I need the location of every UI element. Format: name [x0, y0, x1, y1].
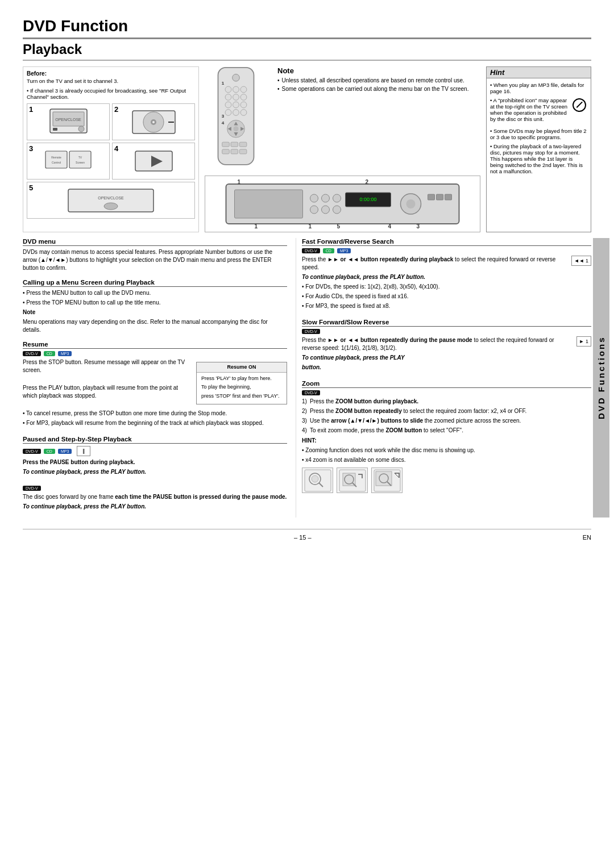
svg-point-52 — [322, 194, 330, 202]
svg-point-32 — [233, 110, 239, 116]
resume-badges: DVD-V CD MP3 — [23, 351, 287, 356]
dvd-menu-section: DVD menu DVDs may contain menus to acces… — [23, 238, 287, 272]
svg-point-22 — [225, 86, 231, 93]
svg-text:2: 2 — [366, 179, 369, 185]
svg-text:1: 1 — [222, 81, 225, 86]
paused-badges: DVD-V CD MP3 ‖ — [23, 446, 287, 456]
svg-point-4 — [78, 126, 84, 132]
svg-point-53 — [333, 194, 341, 202]
hint-item-3: During the playback of a two-layered dis… — [490, 143, 587, 174]
slow-badges: DVD-V — [302, 329, 591, 334]
resume-box: Resume ON Press 'PLAY' to play from here… — [196, 362, 287, 404]
svg-rect-45 — [239, 149, 247, 154]
right-column: Fast Forward/Reverse Search DVD-V CD MP3… — [296, 238, 591, 518]
step-1-num: 1 — [29, 105, 33, 114]
fast-forward-header: Fast Forward/Reverse Search — [302, 238, 591, 246]
calling-menu-section: Calling up a Menu Screen during Playback… — [23, 279, 287, 334]
slow-forward-header: Slow Forward/Slow Reverse — [302, 319, 591, 327]
zoom-icon-3 — [371, 468, 403, 493]
svg-rect-3 — [53, 128, 57, 131]
dvd-badge-zoom: DVD-V — [302, 390, 320, 395]
svg-point-30 — [240, 102, 247, 108]
note-title: Note — [277, 66, 480, 75]
hint-item-0: When you play an MP3 file, details for p… — [490, 82, 587, 94]
svg-text:3: 3 — [417, 223, 420, 229]
zoom-icon-1 — [302, 468, 333, 493]
calling-menu-header: Calling up a Menu Screen during Playback — [23, 279, 287, 287]
sub-title: Playback — [23, 41, 591, 61]
svg-rect-61 — [428, 194, 435, 200]
svg-point-28 — [225, 102, 231, 108]
svg-text:Screen: Screen — [76, 161, 85, 164]
steps-box: Before: Turn on the TV and set it to cha… — [23, 66, 199, 232]
svg-point-33 — [240, 110, 247, 116]
page-footer: – 15 – EN — [23, 529, 591, 541]
prohibited-icon — [572, 98, 586, 112]
cd-badge-2: CD — [44, 449, 55, 454]
svg-point-73 — [312, 475, 318, 482]
before-line1: Turn on the TV and set it to channel 3. — [27, 78, 195, 84]
slow-icon-box: ► 1 — [576, 336, 591, 347]
svg-point-21 — [233, 74, 240, 82]
footer-page: – 15 – — [294, 534, 312, 541]
step-3-box: 3 Remote Control TV Screen — [27, 143, 110, 180]
ff-badges: DVD-V CD MP3 — [302, 248, 591, 253]
svg-text:1: 1 — [309, 223, 312, 229]
svg-rect-40 — [222, 142, 230, 147]
svg-text:1: 1 — [238, 179, 241, 185]
svg-rect-42 — [239, 142, 247, 147]
dvd-badge-2: DVD-V — [23, 449, 41, 454]
footer-lang: EN — [583, 534, 591, 541]
svg-text:4: 4 — [222, 120, 225, 126]
paused-header: Paused and Step-by-Step Playback — [23, 436, 287, 444]
before-line2: • If channel 3 is already occupied for b… — [27, 87, 195, 100]
pause-icon: ‖ — [77, 446, 90, 456]
middle-section: 1 3 4 Note Unless stated, all described … — [205, 66, 480, 232]
dvd-menu-body: DVDs may contain menus to access special… — [23, 248, 287, 272]
svg-point-56 — [333, 206, 341, 214]
zoom-icon-2 — [337, 468, 368, 493]
step-2-num: 2 — [114, 105, 118, 114]
mp3-badge: MP3 — [58, 351, 72, 356]
note-item-2: Some operations can be carried out along… — [277, 86, 480, 92]
svg-text:1: 1 — [255, 223, 258, 229]
svg-text:OPEN/CLOSE: OPEN/CLOSE — [55, 118, 81, 122]
svg-rect-9 — [45, 151, 67, 168]
zoom-header: Zoom — [302, 380, 591, 388]
svg-point-29 — [233, 102, 239, 108]
svg-text:Control: Control — [51, 161, 60, 164]
svg-point-19 — [104, 203, 118, 210]
svg-text:0:00:00: 0:00:00 — [359, 197, 376, 202]
zoom-icons — [302, 468, 591, 493]
mp3-badge-2: MP3 — [58, 449, 72, 454]
svg-point-51 — [310, 194, 318, 202]
svg-text:TV: TV — [78, 156, 82, 159]
dvd-badge-3: DVD-V — [23, 486, 41, 491]
svg-point-26 — [233, 94, 239, 101]
svg-rect-50 — [235, 190, 303, 218]
notes-box: Note Unless stated, all described operat… — [277, 66, 480, 94]
paused-body2: The disc goes forward by one frame each … — [23, 493, 287, 511]
hint-title: Hint — [487, 67, 591, 78]
resume-section: Resume DVD-V CD MP3 Resume ON Press 'PLA… — [23, 341, 287, 429]
step-4-box: 4 — [112, 143, 195, 180]
svg-rect-12 — [69, 151, 91, 168]
paused-body: Press the PAUSE button during playback. … — [23, 458, 287, 486]
svg-point-55 — [322, 206, 330, 214]
remote-control-image: 1 3 4 — [205, 66, 273, 170]
step-4-num: 4 — [114, 144, 118, 153]
svg-point-39 — [234, 126, 239, 131]
zoom-badges: DVD-V — [302, 390, 591, 395]
svg-text:Remote: Remote — [51, 156, 61, 159]
left-column: DVD menu DVDs may contain menus to acces… — [23, 238, 296, 518]
cd-badge: CD — [44, 351, 55, 356]
svg-rect-43 — [222, 149, 230, 154]
ff-body: Press the ►► or ◄◄ button repeatedly dur… — [302, 256, 591, 312]
svg-rect-63 — [445, 194, 452, 200]
step-2-box: 2 — [112, 103, 195, 140]
svg-point-8 — [152, 121, 155, 123]
dvd-badge-ff: DVD-V — [302, 248, 320, 253]
device-diagram: 0:00:00 1 2 1 1 4 3 5 — [205, 176, 480, 232]
mp3-badge-ff: MP3 — [337, 248, 351, 253]
step-3-num: 3 — [29, 144, 33, 153]
